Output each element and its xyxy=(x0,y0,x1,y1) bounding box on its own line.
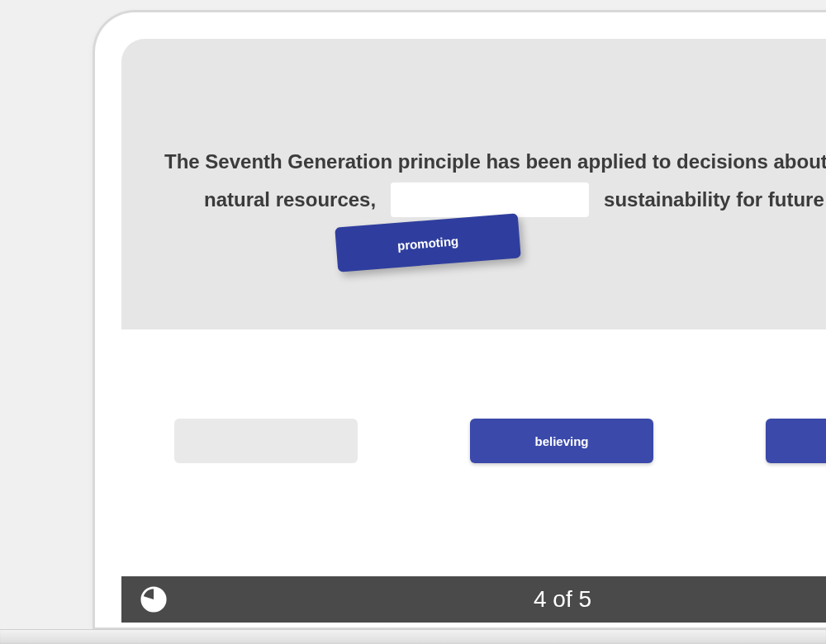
progress-label: 4 of 5 xyxy=(121,586,826,613)
answer-chip-label: believing xyxy=(534,434,588,448)
app-screen: The Seventh Generation principle has bee… xyxy=(121,39,826,623)
answer-bank: believing xyxy=(121,329,826,578)
question-area: The Seventh Generation principle has bee… xyxy=(121,39,826,329)
question-line2-after: sustainability for future xyxy=(604,184,824,215)
answer-chip-dragging[interactable]: promoting xyxy=(335,213,521,272)
footer-bar: 4 of 5 xyxy=(121,576,826,623)
question-line2-before: natural resources, xyxy=(204,184,376,215)
question-line1: The Seventh Generation principle has bee… xyxy=(164,146,826,177)
answer-chip-label: promoting xyxy=(396,234,458,253)
answer-chip-slot-empty[interactable] xyxy=(174,419,358,463)
answer-chip[interactable]: believing xyxy=(470,419,653,463)
fill-in-drop-zone[interactable] xyxy=(391,182,589,217)
progress-pie-icon xyxy=(140,585,168,613)
laptop-base-lip xyxy=(0,629,826,644)
question-line2: natural resources, sustainability for fu… xyxy=(204,182,826,217)
laptop-frame: The Seventh Generation principle has bee… xyxy=(95,12,826,627)
answer-chip[interactable] xyxy=(766,419,826,463)
